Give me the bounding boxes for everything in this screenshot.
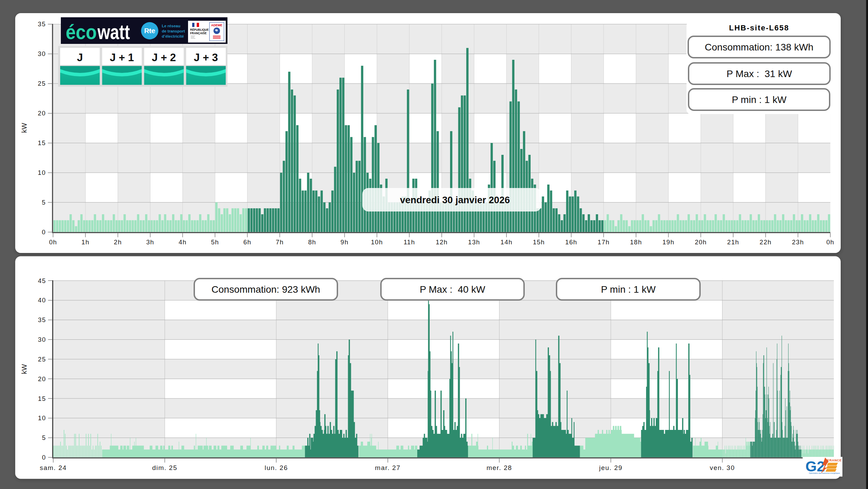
svg-text:Consommation: 138 kWh: Consommation: 138 kWh xyxy=(705,42,813,53)
svg-text:15: 15 xyxy=(38,395,46,402)
svg-text:17h: 17h xyxy=(598,238,610,246)
svg-text:7h: 7h xyxy=(276,238,284,246)
svg-text:14h: 14h xyxy=(501,238,513,246)
svg-text:ven. 30: ven. 30 xyxy=(710,464,735,471)
svg-text:FRANÇAISE: FRANÇAISE xyxy=(190,32,207,35)
svg-text:40: 40 xyxy=(38,297,46,304)
svg-text:20: 20 xyxy=(38,110,46,117)
svg-text:RÉPUBLIQUE: RÉPUBLIQUE xyxy=(190,28,209,31)
svg-text:0h: 0h xyxy=(827,238,834,246)
svg-text:2h: 2h xyxy=(114,238,122,246)
svg-text:13h: 13h xyxy=(468,238,480,246)
svg-text:J + 2: J + 2 xyxy=(152,51,176,64)
svg-text:5: 5 xyxy=(42,199,46,206)
svg-text:10: 10 xyxy=(38,414,46,422)
svg-text:J: J xyxy=(77,51,83,64)
svg-text:mer. 28: mer. 28 xyxy=(486,464,512,471)
svg-text:19h: 19h xyxy=(662,238,674,246)
svg-text:P Max : 31 kW: P Max : 31 kW xyxy=(727,68,792,79)
svg-text:P Max : 40 kW: P Max : 40 kW xyxy=(420,284,485,295)
svg-text:11h: 11h xyxy=(403,238,415,246)
svg-text:35: 35 xyxy=(38,316,46,323)
svg-text:kW: kW xyxy=(20,364,28,374)
svg-text:25: 25 xyxy=(38,80,46,87)
svg-text:45: 45 xyxy=(38,277,46,284)
svg-text:ADEME: ADEME xyxy=(211,23,223,27)
svg-text:5: 5 xyxy=(42,434,46,441)
svg-text:1h: 1h xyxy=(82,238,90,246)
svg-text:P min : 1 kW: P min : 1 kW xyxy=(601,284,656,295)
svg-text:30: 30 xyxy=(38,50,46,57)
svg-text:10: 10 xyxy=(38,169,46,176)
svg-text:vendredi 30 janvier 2026: vendredi 30 janvier 2026 xyxy=(400,195,510,205)
svg-text:Le réseau: Le réseau xyxy=(162,24,180,28)
svg-text:9h: 9h xyxy=(340,238,348,246)
svg-text:dim. 25: dim. 25 xyxy=(152,464,177,471)
svg-text:23h: 23h xyxy=(792,238,804,246)
svg-text:J + 1: J + 1 xyxy=(110,51,134,64)
svg-text:15: 15 xyxy=(38,139,46,147)
svg-text:J + 3: J + 3 xyxy=(194,51,218,64)
svg-text:6h: 6h xyxy=(243,238,251,246)
svg-text:4h: 4h xyxy=(179,238,187,246)
svg-text:15h: 15h xyxy=(533,238,545,246)
svg-text:éco: éco xyxy=(66,20,97,44)
svg-text:0: 0 xyxy=(42,228,46,236)
svg-text:25: 25 xyxy=(38,356,46,363)
svg-text:20: 20 xyxy=(38,375,46,383)
svg-text:mar. 27: mar. 27 xyxy=(375,464,401,471)
svg-text:jeu. 29: jeu. 29 xyxy=(599,464,623,471)
svg-text:kW: kW xyxy=(20,123,28,133)
svg-text:3h: 3h xyxy=(146,238,154,246)
svg-text:10h: 10h xyxy=(371,238,383,246)
svg-text:0h: 0h xyxy=(49,238,57,246)
svg-text:18h: 18h xyxy=(630,238,642,246)
svg-text:de transport: de transport xyxy=(162,29,185,33)
svg-text:16h: 16h xyxy=(565,238,577,246)
svg-text:30: 30 xyxy=(38,336,46,343)
svg-text:Consommation: 923 kWh: Consommation: 923 kWh xyxy=(212,284,320,295)
svg-text:d’électricité: d’électricité xyxy=(162,34,184,38)
svg-text:5h: 5h xyxy=(211,238,219,246)
svg-text:sam. 24: sam. 24 xyxy=(40,464,67,471)
svg-text:lun. 26: lun. 26 xyxy=(264,464,288,471)
svg-text:Optimisation des ressources én: Optimisation des ressources énergétiques xyxy=(809,472,840,474)
svg-text:watt: watt xyxy=(97,20,130,44)
svg-text:0: 0 xyxy=(42,454,46,461)
svg-text:LHB-site-L658: LHB-site-L658 xyxy=(729,23,789,32)
svg-text:35: 35 xyxy=(38,20,46,28)
svg-text:FRANCE: FRANCE xyxy=(827,458,842,462)
svg-text:21h: 21h xyxy=(727,238,739,246)
svg-text:22h: 22h xyxy=(759,238,772,246)
svg-text:20h: 20h xyxy=(695,238,707,246)
svg-text:P min : 1 kW: P min : 1 kW xyxy=(732,94,787,105)
svg-text:8h: 8h xyxy=(308,238,316,246)
svg-text:12h: 12h xyxy=(436,238,448,246)
